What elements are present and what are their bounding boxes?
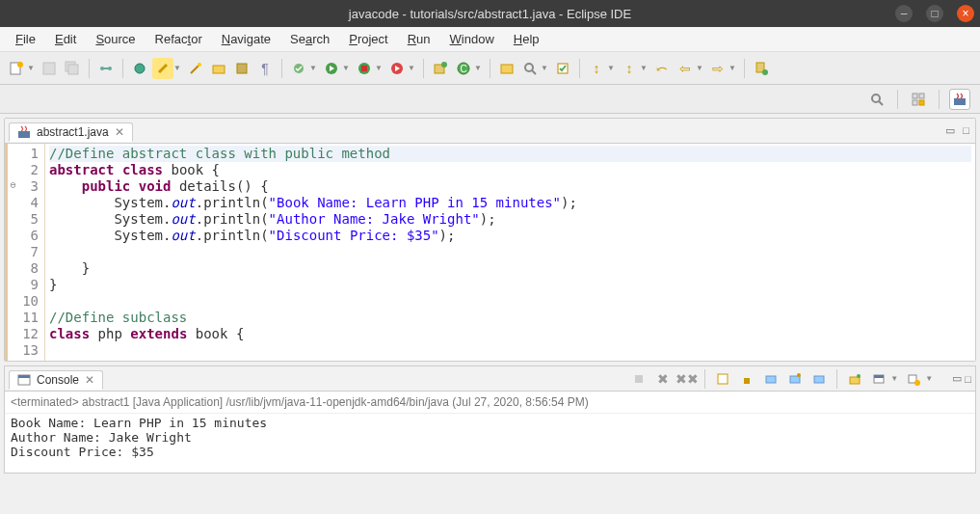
editor-tab-label: abstract1.java	[37, 125, 109, 139]
pilcrow-icon[interactable]: ¶	[254, 58, 276, 79]
debug-run-icon[interactable]	[288, 58, 309, 79]
link-icon[interactable]	[95, 58, 117, 79]
dropdown-icon[interactable]: ▼	[342, 64, 352, 72]
dropdown-icon[interactable]: ▼	[408, 64, 417, 72]
menubar: File Edit Source Refactor Navigate Searc…	[0, 27, 980, 52]
highlight-icon[interactable]	[152, 58, 173, 79]
pin-console-icon[interactable]	[784, 368, 806, 390]
separator-icon	[490, 59, 490, 78]
wand-icon[interactable]	[185, 58, 206, 79]
menu-refactor[interactable]: Refactor	[146, 29, 212, 49]
pin-icon[interactable]	[751, 58, 772, 79]
svg-point-24	[762, 69, 768, 75]
open-perspective-icon[interactable]	[908, 89, 929, 110]
console-view-icon[interactable]	[868, 368, 889, 390]
open-console-icon[interactable]	[844, 368, 865, 390]
debug-icon[interactable]	[129, 58, 150, 79]
dropdown-icon[interactable]: ▼	[375, 64, 384, 72]
console-output[interactable]: Book Name: Learn PHP in 15 minutesAuthor…	[5, 414, 975, 473]
package-icon[interactable]	[231, 58, 252, 79]
svg-rect-41	[850, 377, 860, 384]
dropdown-icon[interactable]: ▼	[541, 64, 550, 72]
maximize-view-icon[interactable]: □	[965, 373, 971, 385]
close-button[interactable]: ×	[957, 5, 974, 22]
next-annotation-icon[interactable]: ↕	[619, 58, 640, 79]
maximize-view-icon[interactable]: □	[963, 124, 969, 137]
prev-annotation-icon[interactable]: ↕	[586, 58, 607, 79]
svg-rect-35	[718, 374, 728, 384]
dropdown-icon[interactable]: ▼	[890, 374, 900, 383]
remove-all-icon[interactable]: ✖✖	[676, 368, 698, 390]
separator-icon	[939, 90, 940, 109]
svg-point-25	[872, 95, 880, 102]
minimize-view-icon[interactable]: ▭	[945, 124, 955, 137]
dropdown-icon[interactable]: ▼	[925, 374, 935, 383]
svg-text:C: C	[460, 64, 466, 74]
svg-rect-36	[744, 378, 750, 384]
new-console-icon[interactable]	[903, 368, 924, 390]
coverage-icon[interactable]	[354, 58, 375, 79]
dropdown-icon[interactable]: ▼	[640, 64, 649, 72]
svg-point-21	[525, 64, 533, 71]
menu-project[interactable]: Project	[339, 29, 397, 49]
menu-file[interactable]: File	[6, 29, 45, 49]
menu-window[interactable]: Window	[440, 29, 504, 49]
dropdown-icon[interactable]: ▼	[474, 64, 484, 72]
menu-source[interactable]: Source	[86, 29, 145, 49]
close-console-icon[interactable]: ✕	[85, 373, 94, 387]
dropdown-icon[interactable]: ▼	[607, 64, 617, 72]
task-icon[interactable]	[552, 58, 573, 79]
forward-icon[interactable]: ⇨	[707, 58, 728, 79]
menu-help[interactable]: Help	[504, 29, 549, 49]
new-class-icon[interactable]: C	[453, 58, 474, 79]
save-icon[interactable]	[39, 58, 60, 79]
separator-icon	[122, 59, 123, 78]
dropdown-icon[interactable]: ▼	[309, 64, 319, 72]
window-title: javacode - tutorials/src/abstract1.java …	[349, 7, 631, 21]
svg-rect-20	[501, 65, 513, 73]
svg-point-6	[108, 67, 112, 70]
separator-icon	[836, 369, 837, 389]
display-selected-icon[interactable]	[808, 368, 830, 390]
console-tab-label: Console	[37, 373, 79, 387]
menu-search[interactable]: Search	[280, 29, 339, 49]
remove-launch-icon[interactable]: ✖	[652, 368, 674, 390]
minimize-view-icon[interactable]: ▭	[952, 372, 962, 385]
svg-rect-33	[18, 375, 30, 378]
terminate-icon[interactable]	[628, 368, 649, 390]
menu-run[interactable]: Run	[398, 29, 440, 49]
save-all-icon[interactable]	[62, 58, 83, 79]
close-tab-icon[interactable]: ✕	[115, 125, 124, 139]
java-file-icon	[17, 125, 31, 139]
show-console-icon[interactable]	[760, 368, 781, 390]
new-package-icon[interactable]	[430, 58, 451, 79]
console-tab[interactable]: Console ✕	[9, 370, 103, 390]
editor-tab-abstract1[interactable]: abstract1.java ✕	[9, 122, 133, 142]
separator-icon	[897, 90, 898, 109]
scroll-lock-icon[interactable]	[736, 368, 757, 390]
minimize-button[interactable]: –	[895, 5, 913, 22]
run-last-icon[interactable]	[386, 58, 408, 79]
clear-console-icon[interactable]	[712, 368, 733, 390]
svg-rect-31	[18, 131, 30, 138]
console-toolbar: ✖ ✖✖ ▼ ▼ ▭ □	[628, 368, 971, 390]
run-icon[interactable]	[321, 58, 342, 79]
code-lines[interactable]: //Define abstract class with public meth…	[45, 144, 975, 361]
svg-rect-9	[213, 66, 225, 73]
dropdown-icon[interactable]: ▼	[728, 64, 738, 72]
dropdown-icon[interactable]: ▼	[173, 64, 183, 72]
new-icon[interactable]	[6, 58, 27, 79]
back-icon[interactable]: ⇦	[675, 58, 696, 79]
maximize-button[interactable]: □	[926, 5, 943, 22]
open-type-icon[interactable]	[496, 58, 517, 79]
folder-icon[interactable]	[208, 58, 229, 79]
quick-access-search-icon[interactable]	[866, 89, 887, 110]
menu-edit[interactable]: Edit	[45, 29, 86, 49]
search-icon[interactable]	[519, 58, 541, 79]
code-editor[interactable]: ⊖ 1 2 3 4 5 6 7 8 9 10 11 12 13 //Define…	[5, 144, 975, 361]
dropdown-icon[interactable]: ▼	[27, 64, 37, 72]
prev-edit-icon[interactable]: ⤺	[651, 58, 673, 79]
menu-navigate[interactable]: Navigate	[212, 29, 280, 49]
dropdown-icon[interactable]: ▼	[696, 64, 705, 72]
java-perspective-icon[interactable]	[949, 89, 970, 110]
